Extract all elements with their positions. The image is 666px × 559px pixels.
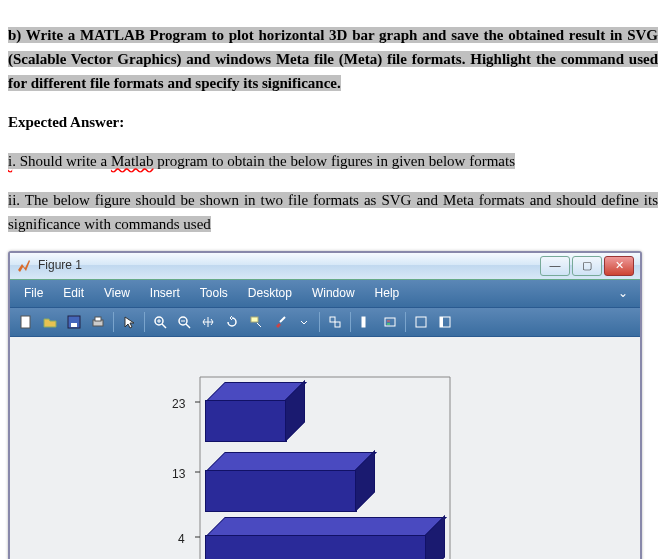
- figure-toolbar: [10, 308, 640, 337]
- brush-icon[interactable]: [269, 311, 291, 333]
- svg-rect-15: [335, 322, 340, 327]
- expected-answer-heading: Expected Answer:: [8, 110, 658, 134]
- menu-help[interactable]: Help: [365, 282, 410, 305]
- menu-drop-icon[interactable]: ⌄: [610, 282, 636, 305]
- svg-line-13: [280, 317, 285, 322]
- insert-legend-icon[interactable]: [379, 311, 401, 333]
- expected-answer-label: Expected Answer:: [8, 114, 124, 130]
- window-title: Figure 1: [38, 256, 540, 275]
- menu-edit[interactable]: Edit: [53, 282, 94, 305]
- plot-area: 0 4 13 23 20 40 60: [10, 337, 640, 559]
- ytick-23: 23: [172, 395, 185, 414]
- svg-rect-12: [251, 317, 258, 322]
- save-icon[interactable]: [63, 311, 85, 333]
- window-buttons: — ▢ ✕: [540, 256, 634, 276]
- answer-ii-highlight: ii. The below figure should be shown in …: [8, 192, 658, 232]
- svg-rect-20: [416, 317, 426, 327]
- toolbar-separator: [405, 312, 406, 332]
- svg-rect-2: [71, 323, 77, 327]
- menu-window[interactable]: Window: [302, 282, 365, 305]
- ytick-13: 13: [172, 465, 185, 484]
- toolbar-separator: [350, 312, 351, 332]
- answer-i: i. Should write a Matlab program to obta…: [8, 149, 658, 173]
- question-paragraph: b) Write a MATLAB Program to plot horizo…: [8, 23, 658, 95]
- question-text: Write a MATLAB Program to plot horizonta…: [8, 27, 658, 91]
- toolbar-separator: [113, 312, 114, 332]
- svg-rect-22: [440, 317, 443, 327]
- answer-i-matlab: Matlab: [111, 153, 154, 169]
- link-icon[interactable]: [324, 311, 346, 333]
- maximize-button[interactable]: ▢: [572, 256, 602, 276]
- close-button[interactable]: ✕: [604, 256, 634, 276]
- answer-i-text2: program to obtain the below figures in g…: [153, 153, 515, 169]
- svg-line-10: [186, 324, 190, 328]
- dropdown-icon[interactable]: [293, 311, 315, 333]
- open-icon[interactable]: [39, 311, 61, 333]
- data-cursor-icon[interactable]: [245, 311, 267, 333]
- zoom-in-icon[interactable]: [149, 311, 171, 333]
- question-highlight: b) Write a MATLAB Program to plot horizo…: [8, 27, 658, 91]
- matlab-logo-icon: [16, 258, 32, 274]
- matlab-figure-window: Figure 1 — ▢ ✕ File Edit View Insert Too…: [8, 251, 642, 559]
- answer-i-text1: . Should write a: [12, 153, 111, 169]
- svg-rect-14: [330, 317, 335, 322]
- rotate-icon[interactable]: [221, 311, 243, 333]
- minimize-button[interactable]: —: [540, 256, 570, 276]
- zoom-out-icon[interactable]: [173, 311, 195, 333]
- svg-rect-16: [362, 317, 365, 327]
- toolbar-separator: [319, 312, 320, 332]
- pointer-icon[interactable]: [118, 311, 140, 333]
- svg-rect-4: [95, 317, 101, 321]
- menu-file[interactable]: File: [14, 282, 53, 305]
- menu-tools[interactable]: Tools: [190, 282, 238, 305]
- menu-view[interactable]: View: [94, 282, 140, 305]
- axes-3d: 0 4 13 23 20 40 60: [150, 357, 550, 559]
- svg-rect-0: [21, 316, 30, 328]
- show-plot-tools-icon[interactable]: [434, 311, 456, 333]
- question-label: b): [8, 27, 21, 43]
- menu-insert[interactable]: Insert: [140, 282, 190, 305]
- answer-i-highlight: i. Should write a Matlab program to obta…: [8, 153, 515, 169]
- toolbar-separator: [144, 312, 145, 332]
- insert-colorbar-icon[interactable]: [355, 311, 377, 333]
- svg-line-6: [162, 324, 166, 328]
- menu-bar: File Edit View Insert Tools Desktop Wind…: [10, 280, 640, 308]
- pan-icon[interactable]: [197, 311, 219, 333]
- answer-ii: ii. The below figure should be shown in …: [8, 188, 658, 236]
- print-icon[interactable]: [87, 311, 109, 333]
- ytick-4: 4: [178, 530, 185, 549]
- new-file-icon[interactable]: [15, 311, 37, 333]
- menu-desktop[interactable]: Desktop: [238, 282, 302, 305]
- hide-plot-tools-icon[interactable]: [410, 311, 432, 333]
- svg-rect-17: [385, 318, 395, 326]
- window-titlebar: Figure 1 — ▢ ✕: [10, 253, 640, 280]
